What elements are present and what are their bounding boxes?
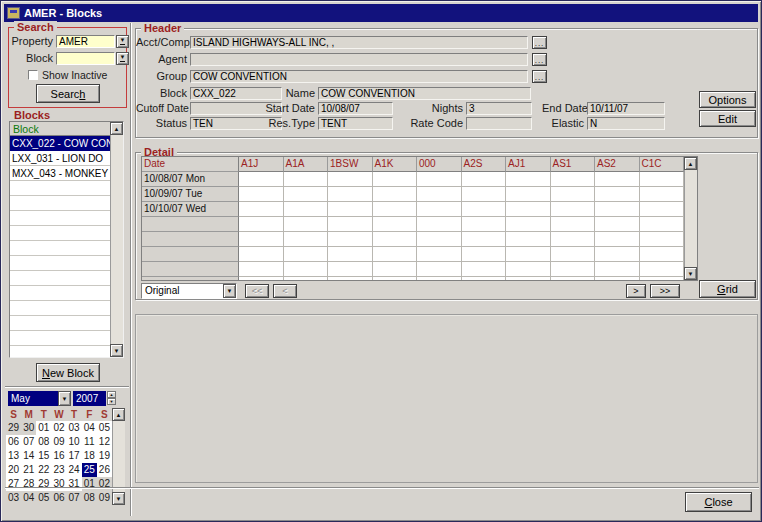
grid-cell[interactable] xyxy=(551,202,596,217)
calendar-day[interactable]: 02 xyxy=(51,421,66,435)
grid-cell[interactable] xyxy=(595,172,640,187)
grid-cell[interactable] xyxy=(373,232,418,247)
grid-cell[interactable] xyxy=(328,232,373,247)
group-field[interactable]: COW CONVENTION xyxy=(190,70,528,83)
grid-cell[interactable] xyxy=(239,277,284,281)
end-date-field[interactable]: 10/11/07 xyxy=(587,102,665,115)
grid-cell[interactable] xyxy=(417,232,462,247)
grid-cell[interactable] xyxy=(373,217,418,232)
grid-cell[interactable] xyxy=(373,247,418,262)
calendar-day[interactable]: 22 xyxy=(36,463,51,477)
calendar-day[interactable]: 30 xyxy=(21,421,36,435)
new-block-button[interactable]: New Block xyxy=(36,363,100,382)
grid-cell[interactable] xyxy=(640,262,685,277)
list-item[interactable] xyxy=(10,181,110,196)
calendar-day[interactable]: 03 xyxy=(6,491,21,505)
grid-cell[interactable] xyxy=(417,247,462,262)
grid-cell[interactable] xyxy=(595,277,640,281)
grid-cell[interactable] xyxy=(239,217,284,232)
detail-scroll-down-icon[interactable]: ▼ xyxy=(684,267,697,280)
nav-first-button[interactable]: << xyxy=(245,284,269,298)
grid-cell[interactable] xyxy=(462,247,507,262)
grid-cell[interactable] xyxy=(328,187,373,202)
calendar-scrollbar[interactable] xyxy=(112,421,125,492)
grid-cell[interactable] xyxy=(640,232,685,247)
grid-cell[interactable] xyxy=(595,232,640,247)
calendar-day[interactable]: 26 xyxy=(97,463,112,477)
grid-cell[interactable] xyxy=(462,187,507,202)
grid-cell[interactable] xyxy=(373,262,418,277)
grid-cell[interactable] xyxy=(417,217,462,232)
calendar-day[interactable]: 18 xyxy=(82,449,97,463)
list-item[interactable]: MXX_043 - MONKEY SEE xyxy=(10,166,110,181)
list-item[interactable] xyxy=(10,331,110,346)
grid-cell[interactable] xyxy=(462,202,507,217)
start-date-field[interactable]: 10/08/07 xyxy=(318,102,393,115)
grid-cell[interactable] xyxy=(640,172,685,187)
view-selector-dropdown-icon[interactable]: ▼ xyxy=(223,284,236,298)
grid-cell[interactable] xyxy=(506,247,551,262)
list-item[interactable] xyxy=(10,211,110,226)
grid-cell[interactable] xyxy=(328,262,373,277)
show-inactive-checkbox[interactable] xyxy=(28,70,38,80)
grid-cell[interactable] xyxy=(284,172,329,187)
grid-cell[interactable] xyxy=(462,172,507,187)
nav-last-button[interactable]: >> xyxy=(650,284,680,298)
grid-cell[interactable] xyxy=(640,217,685,232)
grid-cell[interactable] xyxy=(373,277,418,281)
grid-cell[interactable] xyxy=(640,187,685,202)
list-scrollbar[interactable] xyxy=(110,135,123,344)
property-lov-button[interactable]: ▼ xyxy=(116,35,129,48)
grid-cell[interactable] xyxy=(551,262,596,277)
grid-cell[interactable] xyxy=(417,172,462,187)
grid-cell[interactable] xyxy=(551,172,596,187)
grid-button[interactable]: Grid xyxy=(699,280,756,298)
grid-cell[interactable] xyxy=(328,277,373,281)
calendar-day[interactable]: 04 xyxy=(21,491,36,505)
list-item[interactable]: CXX_022 - COW CONVEN xyxy=(10,136,110,151)
grid-cell[interactable] xyxy=(551,247,596,262)
view-selector-combo[interactable]: Original ▼ xyxy=(141,283,237,299)
title-bar[interactable]: AMER - Blocks xyxy=(4,4,758,22)
property-input[interactable] xyxy=(56,35,115,48)
grid-cell[interactable] xyxy=(239,232,284,247)
grid-cell[interactable] xyxy=(417,187,462,202)
agent-field[interactable] xyxy=(190,53,528,66)
calendar-day[interactable]: 13 xyxy=(6,449,21,463)
grid-cell[interactable] xyxy=(462,277,507,281)
elastic-field[interactable]: N xyxy=(587,117,665,130)
grid-cell[interactable] xyxy=(640,247,685,262)
calendar-day[interactable]: 07 xyxy=(21,435,36,449)
detail-scroll-up-icon[interactable]: ▲ xyxy=(684,157,697,170)
calendar-day[interactable]: 14 xyxy=(21,449,36,463)
grid-cell[interactable] xyxy=(239,262,284,277)
calendar-day[interactable]: 23 xyxy=(51,463,66,477)
grid-cell[interactable] xyxy=(328,172,373,187)
grid-cell[interactable] xyxy=(284,187,329,202)
calendar-day[interactable]: 19 xyxy=(97,449,112,463)
grid-cell[interactable] xyxy=(239,247,284,262)
calendar-day[interactable]: 03 xyxy=(67,421,82,435)
calendar-month-select[interactable]: May xyxy=(8,391,58,406)
calendar-day[interactable]: 04 xyxy=(82,421,97,435)
calendar-day[interactable]: 11 xyxy=(82,435,97,449)
nights-field[interactable]: 3 xyxy=(466,102,532,115)
list-scroll-up-icon[interactable]: ▲ xyxy=(110,122,123,135)
month-dropdown-icon[interactable]: ▼ xyxy=(58,391,71,406)
calendar-day[interactable]: 07 xyxy=(67,491,82,505)
list-item[interactable] xyxy=(10,346,110,358)
calendar-day[interactable]: 09 xyxy=(97,491,112,505)
grid-cell[interactable] xyxy=(595,247,640,262)
grid-cell[interactable] xyxy=(417,277,462,281)
list-item[interactable] xyxy=(10,226,110,241)
calendar-day[interactable]: 12 xyxy=(97,435,112,449)
calendar-scroll-down-icon[interactable]: ▼ xyxy=(112,492,125,505)
grid-cell[interactable] xyxy=(551,277,596,281)
calendar-scroll-up-icon[interactable]: ▲ xyxy=(112,408,125,421)
rate-code-field[interactable] xyxy=(466,117,532,130)
calendar-day[interactable]: 01 xyxy=(36,421,51,435)
calendar-day[interactable]: 09 xyxy=(51,435,66,449)
nav-next-button[interactable]: > xyxy=(626,284,646,298)
close-button[interactable]: Close xyxy=(685,492,752,512)
grid-cell[interactable] xyxy=(595,187,640,202)
